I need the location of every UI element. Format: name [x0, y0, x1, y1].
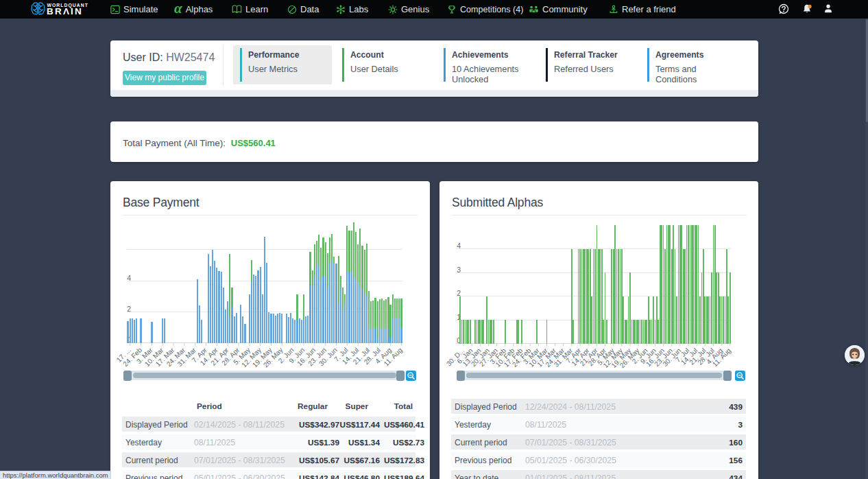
svg-text:4: 4	[127, 274, 131, 282]
svg-text:4: 4	[457, 242, 461, 250]
svg-text:2: 2	[127, 305, 131, 313]
svg-text:3: 3	[457, 266, 461, 274]
svg-text:2: 2	[457, 289, 461, 297]
